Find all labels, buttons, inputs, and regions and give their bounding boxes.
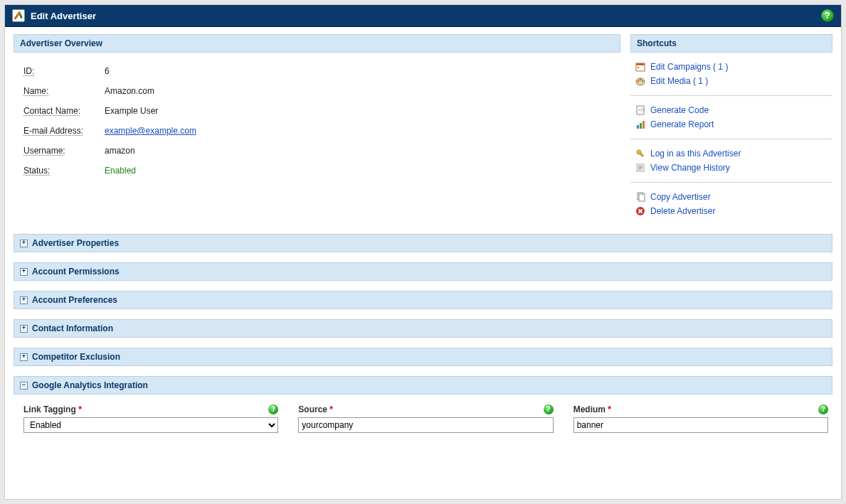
edit-icon <box>12 9 25 22</box>
section-account-preferences[interactable]: + Account Preferences <box>14 291 832 309</box>
link-tagging-select[interactable]: Enabled <box>23 417 278 433</box>
section-competitor-exclusion[interactable]: + Competitor Exclusion <box>14 348 832 366</box>
svg-rect-2 <box>638 67 639 68</box>
section-account-permissions[interactable]: + Account Permissions <box>14 262 832 281</box>
svg-text:</>: </> <box>638 107 645 112</box>
link-tagging-label: Link Tagging * <box>23 404 82 414</box>
shortcut-label: Generate Code <box>650 105 709 115</box>
advertiser-overview: Advertiser Overview ID: 6 Name: Amazon.c… <box>14 34 620 225</box>
section-contact-information[interactable]: + Contact Information <box>14 319 832 338</box>
section-title: Account Permissions <box>32 267 120 277</box>
shortcut-login-as[interactable]: Log in as this Advertiser <box>635 146 832 161</box>
key-icon <box>635 148 646 159</box>
page-title: Edit Advertiser <box>31 11 96 21</box>
shortcut-copy-advertiser[interactable]: Copy Advertiser <box>635 190 832 204</box>
section-advertiser-properties[interactable]: + Advertiser Properties <box>14 234 832 252</box>
svg-point-4 <box>638 80 639 82</box>
svg-rect-13 <box>640 153 644 157</box>
shortcut-label: Copy Advertiser <box>650 192 711 202</box>
expand-icon[interactable]: + <box>20 240 28 247</box>
username-value: amazon <box>105 146 135 156</box>
section-ga-integration[interactable]: − Google Analytics Integration <box>14 376 832 395</box>
shortcut-label: Generate Report <box>650 119 714 129</box>
section-title: Contact Information <box>32 323 113 333</box>
shortcut-label: Edit Campaigns ( 1 ) <box>650 62 728 72</box>
collapse-icon[interactable]: − <box>20 382 28 390</box>
svg-rect-9 <box>637 125 639 129</box>
svg-rect-1 <box>636 63 645 65</box>
svg-point-6 <box>642 80 643 82</box>
svg-point-5 <box>640 79 641 80</box>
name-label: Name: <box>23 86 105 96</box>
status-value: Enabled <box>105 166 136 176</box>
contact-name-label: Contact Name: <box>23 106 105 116</box>
bar-chart-icon <box>635 119 646 130</box>
delete-icon <box>635 205 646 217</box>
contact-name-value: Example User <box>105 106 158 116</box>
id-label: ID: <box>23 66 105 76</box>
expand-icon[interactable]: + <box>20 268 28 276</box>
help-icon[interactable]: ? <box>821 9 834 22</box>
shortcut-edit-media[interactable]: Edit Media ( 1 ) <box>635 74 832 88</box>
email-link[interactable]: example@example.com <box>105 126 196 136</box>
medium-label: Medium * <box>573 404 611 414</box>
help-icon[interactable]: ? <box>818 404 828 414</box>
shortcut-label: Log in as this Advertiser <box>650 149 741 159</box>
name-value: Amazon.com <box>105 86 154 96</box>
expand-icon[interactable]: + <box>20 353 28 361</box>
source-input[interactable] <box>298 417 553 433</box>
calendar-icon <box>635 61 646 73</box>
palette-icon <box>635 75 646 87</box>
section-title: Advertiser Properties <box>32 238 119 248</box>
section-title: Account Preferences <box>32 295 117 305</box>
svg-rect-10 <box>640 123 642 129</box>
copy-page-icon <box>635 191 646 203</box>
shortcut-change-history[interactable]: View Change History <box>635 161 832 175</box>
shortcut-label: View Change History <box>650 163 730 173</box>
username-label: Username: <box>23 146 105 156</box>
shortcut-delete-advertiser[interactable]: Delete Advertiser <box>635 204 832 218</box>
shortcuts-panel: Shortcuts Edit Campaigns ( 1 ) <box>630 34 832 225</box>
help-icon[interactable]: ? <box>544 404 554 414</box>
svg-rect-11 <box>643 121 645 129</box>
titlebar: Edit Advertiser ? <box>5 5 841 27</box>
section-title: Google Analytics Integration <box>32 380 148 390</box>
id-value: 6 <box>105 66 110 76</box>
source-label: Source * <box>298 404 333 414</box>
email-label: E-mail Address: <box>23 126 105 136</box>
shortcut-label: Edit Media ( 1 ) <box>650 76 708 86</box>
expand-icon[interactable]: + <box>20 325 28 333</box>
shortcut-generate-code[interactable]: </> Generate Code <box>635 103 832 117</box>
history-icon <box>635 162 646 173</box>
overview-header: Advertiser Overview <box>14 34 620 53</box>
shortcuts-header: Shortcuts <box>630 34 832 53</box>
section-title: Competitor Exclusion <box>32 352 120 362</box>
shortcut-label: Delete Advertiser <box>650 206 715 216</box>
shortcut-generate-report[interactable]: Generate Report <box>635 117 832 132</box>
help-icon[interactable]: ? <box>268 404 278 414</box>
shortcut-edit-campaigns[interactable]: Edit Campaigns ( 1 ) <box>635 60 832 74</box>
medium-input[interactable] <box>573 417 828 433</box>
code-page-icon: </> <box>635 104 646 116</box>
status-label: Status: <box>23 166 105 176</box>
svg-rect-16 <box>639 194 645 201</box>
expand-icon[interactable]: + <box>20 296 28 304</box>
